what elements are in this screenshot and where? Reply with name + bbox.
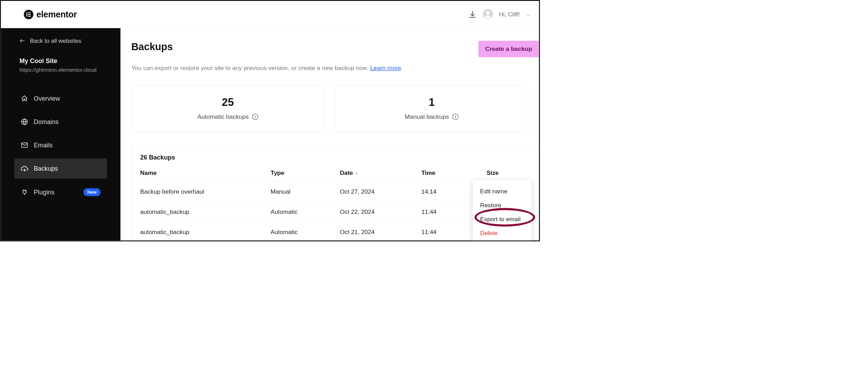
svg-rect-0: [26, 12, 27, 16]
sidebar-item-label: Backups: [34, 165, 58, 172]
site-info: My Cool Site https://ghlrmtnn.elementor.…: [1, 57, 120, 83]
cell-time: 14:14: [413, 182, 478, 202]
stat-card-automatic: 25 Automatic backups i: [131, 85, 324, 132]
content-area: Backups Create a backup You can export o…: [121, 28, 539, 241]
column-name[interactable]: Name: [132, 167, 262, 181]
manual-count: 1: [342, 96, 522, 109]
sort-descending-icon: ↓: [355, 169, 358, 176]
stats-row: 25 Automatic backups i 1 Manual backups …: [131, 85, 539, 132]
sidebar-nav: Overview Domains Emails Backups: [1, 83, 120, 202]
cell-type: Automatic: [262, 222, 331, 240]
subtitle-text: You can export or restore your site to a…: [131, 64, 370, 71]
menu-export-email[interactable]: Export to email: [473, 212, 532, 226]
cell-date: Oct 21, 2024: [331, 222, 413, 240]
sidebar: Back to all websites My Cool Site https:…: [1, 28, 120, 241]
create-backup-button[interactable]: Create a backup: [478, 41, 539, 57]
elementor-logo-icon: [24, 10, 33, 19]
column-time[interactable]: Time: [413, 167, 478, 181]
plug-icon: [21, 188, 28, 196]
mail-icon: [21, 141, 28, 149]
svg-point-5: [486, 11, 489, 14]
stat-card-manual: 1 Manual backups i: [335, 85, 528, 132]
table-title: 26 Backups: [132, 154, 539, 167]
cell-type: Automatic: [262, 202, 331, 222]
cell-date: Oct 22, 2024: [331, 202, 413, 222]
menu-edit-name[interactable]: Edit name: [473, 185, 532, 199]
page-header: Backups Create a backup: [131, 41, 539, 57]
column-type[interactable]: Type: [262, 167, 331, 181]
menu-delete[interactable]: Delete: [473, 226, 532, 240]
cell-name: automatic_backup: [132, 222, 262, 240]
site-url: https://ghlrmtnn.elementor.cloud: [20, 67, 121, 73]
learn-more-link[interactable]: Learn more: [370, 64, 401, 71]
automatic-count: 25: [138, 96, 318, 109]
sidebar-item-label: Overview: [34, 95, 60, 102]
sidebar-item-overview[interactable]: Overview: [14, 88, 107, 108]
cell-type: Manual: [262, 182, 331, 202]
new-badge: New: [83, 188, 100, 196]
table-header-row: Name Type Date↓ Time Size: [132, 167, 539, 181]
column-date[interactable]: Date↓: [331, 167, 413, 181]
cell-time: 11:44: [413, 202, 478, 222]
page-subtitle: You can export or restore your site to a…: [131, 64, 539, 71]
sidebar-item-label: Plugins: [34, 188, 54, 196]
cloud-backup-icon: [21, 165, 28, 172]
automatic-label: Automatic backups: [197, 113, 249, 120]
row-context-menu: Edit name Restore Export to email Delete: [473, 180, 532, 241]
user-greeting[interactable]: Hi, Cliff!: [499, 11, 520, 18]
download-icon[interactable]: [468, 10, 477, 19]
sidebar-item-plugins[interactable]: Plugins New: [14, 182, 107, 203]
top-bar: elementor Hi, Cliff! ⌄: [1, 1, 539, 28]
column-size[interactable]: Size: [478, 167, 539, 181]
svg-rect-1: [28, 12, 31, 13]
cell-time: 11:44: [413, 222, 478, 240]
chevron-down-icon[interactable]: ⌄: [526, 11, 530, 17]
main-layout: Back to all websites My Cool Site https:…: [1, 28, 539, 241]
sidebar-item-domains[interactable]: Domains: [14, 111, 107, 132]
svg-rect-2: [28, 14, 31, 15]
svg-rect-3: [28, 16, 31, 16]
cell-name: automatic_backup: [132, 202, 262, 222]
brand-logo[interactable]: elementor: [24, 9, 77, 19]
brand-name: elementor: [36, 9, 77, 19]
info-icon[interactable]: i: [452, 114, 458, 120]
cell-name: Backup before overhaul: [132, 182, 262, 202]
menu-restore[interactable]: Restore: [473, 199, 532, 212]
home-icon: [21, 95, 28, 102]
info-icon[interactable]: i: [252, 114, 258, 120]
sidebar-item-emails[interactable]: Emails: [14, 135, 107, 155]
page-title: Backups: [131, 41, 173, 53]
topbar-right: Hi, Cliff! ⌄: [468, 9, 530, 20]
back-label: Back to all websites: [30, 38, 81, 44]
sidebar-item-label: Emails: [34, 141, 53, 149]
arrow-left-icon: [20, 38, 25, 44]
manual-label: Manual backups: [405, 113, 449, 120]
site-name: My Cool Site: [20, 57, 121, 65]
avatar-icon[interactable]: [483, 9, 493, 20]
sidebar-item-backups[interactable]: Backups: [14, 158, 107, 179]
sidebar-item-label: Domains: [34, 118, 59, 125]
back-to-websites-link[interactable]: Back to all websites: [1, 38, 120, 57]
cell-date: Oct 27, 2024: [331, 182, 413, 202]
globe-icon: [21, 118, 28, 125]
